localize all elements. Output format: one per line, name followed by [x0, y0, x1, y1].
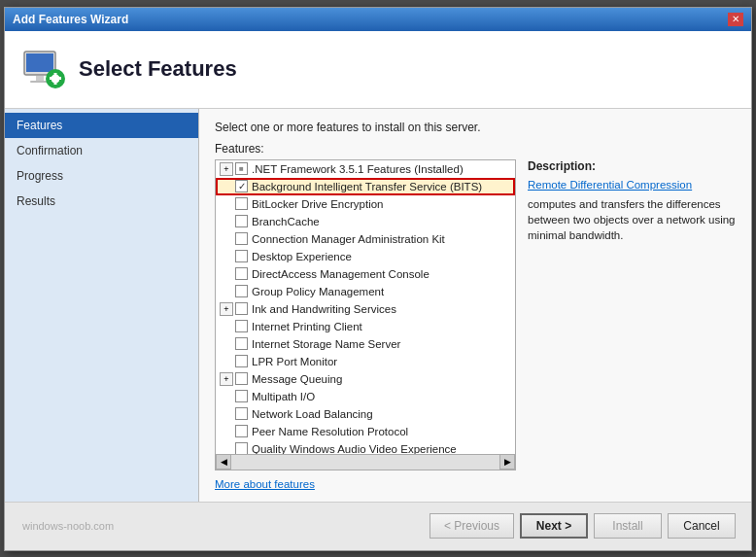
expand-net35[interactable]: +: [220, 162, 233, 176]
description-panel: Description: Remote Differential Compres…: [528, 159, 736, 470]
expand-placeholder-qwav: [220, 442, 233, 454]
feature-label-dacmc: DirectAccess Management Console: [252, 268, 430, 280]
feature-label-lpr: LPR Port Monitor: [252, 356, 337, 367]
feature-connmgr[interactable]: Connection Manager Administration Kit: [216, 230, 515, 248]
checkbox-branchcache[interactable]: [235, 215, 248, 227]
checkbox-connmgr[interactable]: [235, 232, 248, 245]
features-panel-area: + .NET Framework 3.5.1 Features (Install…: [215, 159, 736, 470]
previous-button[interactable]: < Previous: [430, 513, 514, 539]
svg-rect-8: [50, 77, 61, 80]
feature-desktop[interactable]: Desktop Experience: [216, 248, 515, 265]
expand-placeholder-branchcache: [220, 215, 233, 228]
feature-label-isns: Internet Storage Name Server: [252, 338, 400, 350]
description-link[interactable]: Remote Differential Compression: [528, 179, 736, 191]
feature-label-nlb: Network Load Balancing: [252, 408, 373, 420]
feature-label-mq: Message Queuing: [252, 373, 342, 385]
features-list-container: + .NET Framework 3.5.1 Features (Install…: [215, 159, 516, 470]
checkbox-grouppolicy[interactable]: [235, 285, 248, 297]
feature-net35[interactable]: + .NET Framework 3.5.1 Features (Install…: [216, 160, 515, 178]
feature-label-net35: .NET Framework 3.5.1 Features (Installed…: [252, 163, 464, 175]
feature-label-mpio: Multipath I/O: [252, 391, 315, 402]
expand-mq[interactable]: +: [220, 372, 233, 386]
checkbox-pnrp[interactable]: [235, 425, 248, 437]
checkbox-nlb[interactable]: [235, 407, 248, 420]
feature-ink[interactable]: + Ink and Handwriting Services: [216, 300, 515, 318]
checkbox-bitlocker[interactable]: [235, 197, 248, 210]
expand-placeholder-nlb: [220, 407, 233, 421]
feature-bitlocker[interactable]: BitLocker Drive Encryption: [216, 195, 515, 213]
bottom-bar: windows-noob.com < Previous Next > Insta…: [5, 502, 751, 550]
content-area: Features Confirmation Progress Results S…: [5, 109, 751, 502]
feature-label-pnrp: Peer Name Resolution Protocol: [252, 426, 408, 437]
checkbox-isns[interactable]: [235, 337, 248, 350]
features-scroll[interactable]: + .NET Framework 3.5.1 Features (Install…: [216, 160, 515, 454]
watermark: windows-noob.com: [20, 518, 116, 534]
window-title: Add Features Wizard: [13, 13, 128, 26]
expand-placeholder-dacmc: [220, 267, 233, 281]
cancel-button[interactable]: Cancel: [668, 513, 736, 539]
close-button[interactable]: ✕: [728, 13, 743, 26]
feature-dacmc[interactable]: DirectAccess Management Console: [216, 265, 515, 283]
checkbox-ink[interactable]: [235, 302, 248, 315]
more-about-features-link[interactable]: More about features: [215, 478, 736, 490]
checkbox-mpio[interactable]: [235, 390, 248, 402]
feature-label-bitlocker: BitLocker Drive Encryption: [252, 198, 384, 210]
feature-mpio[interactable]: Multipath I/O: [216, 388, 515, 405]
feature-label-desktop: Desktop Experience: [252, 251, 352, 262]
main-window: Add Features Wizard ✕ Select Features: [4, 7, 752, 551]
feature-label-branchcache: BranchCache: [252, 216, 320, 227]
feature-mq[interactable]: + Message Queuing: [216, 370, 515, 388]
next-button[interactable]: Next >: [520, 513, 588, 539]
expand-placeholder-ipc: [220, 320, 233, 333]
feature-isns[interactable]: Internet Storage Name Server: [216, 335, 515, 353]
feature-grouppolicy[interactable]: Group Policy Management: [216, 283, 515, 300]
features-label: Features:: [215, 142, 736, 156]
add-features-icon: [20, 46, 67, 92]
expand-placeholder-mpio: [220, 390, 233, 403]
feature-lpr[interactable]: LPR Port Monitor: [216, 353, 515, 370]
expand-ink[interactable]: +: [220, 302, 233, 316]
expand-placeholder-pnrp: [220, 425, 233, 438]
description-body: computes and transfers the differences b…: [528, 196, 736, 243]
horiz-scrollbar[interactable]: ◀ ▶: [216, 454, 515, 470]
expand-placeholder-grouppolicy: [220, 285, 233, 298]
install-button[interactable]: Install: [594, 513, 662, 539]
scroll-left-btn[interactable]: ◀: [216, 454, 231, 470]
feature-label-connmgr: Connection Manager Administration Kit: [252, 233, 445, 245]
feature-bits[interactable]: Background Intelligent Transfer Service …: [216, 178, 515, 195]
description-title: Description:: [528, 159, 736, 173]
expand-placeholder-bitlocker: [220, 197, 233, 211]
title-bar: Add Features Wizard ✕: [5, 8, 751, 31]
feature-ipc[interactable]: Internet Printing Client: [216, 318, 515, 335]
checkbox-lpr[interactable]: [235, 355, 248, 367]
expand-placeholder-lpr: [220, 355, 233, 368]
page-title: Select Features: [79, 56, 237, 82]
feature-label-ink: Ink and Handwriting Services: [252, 303, 396, 315]
expand-placeholder-desktop: [220, 250, 233, 263]
feature-pnrp[interactable]: Peer Name Resolution Protocol: [216, 423, 515, 440]
sidebar-item-confirmation[interactable]: Confirmation: [5, 138, 198, 163]
checkbox-desktop[interactable]: [235, 250, 248, 262]
sidebar-item-results[interactable]: Results: [5, 189, 198, 214]
feature-qwav[interactable]: Quality Windows Audio Video Experience: [216, 440, 515, 454]
feature-label-ipc: Internet Printing Client: [252, 321, 362, 332]
checkbox-net35[interactable]: [235, 162, 248, 175]
checkbox-bits[interactable]: [235, 180, 248, 192]
feature-branchcache[interactable]: BranchCache: [216, 213, 515, 230]
checkbox-mq[interactable]: [235, 372, 248, 385]
checkbox-qwav[interactable]: [235, 442, 248, 454]
checkbox-ipc[interactable]: [235, 320, 248, 332]
checkbox-dacmc[interactable]: [235, 267, 248, 280]
scroll-right-btn[interactable]: ▶: [499, 454, 515, 470]
feature-label-grouppolicy: Group Policy Management: [252, 286, 384, 297]
feature-nlb[interactable]: Network Load Balancing: [216, 405, 515, 423]
sidebar-item-features[interactable]: Features: [5, 113, 198, 138]
svg-rect-2: [36, 76, 44, 81]
feature-label-qwav: Quality Windows Audio Video Experience: [252, 443, 457, 454]
sidebar-item-progress[interactable]: Progress: [5, 163, 198, 189]
header-area: Select Features: [5, 31, 751, 109]
feature-label-bits: Background Intelligent Transfer Service …: [252, 181, 482, 192]
sidebar: Features Confirmation Progress Results: [5, 109, 199, 502]
expand-placeholder-bits: [220, 180, 233, 193]
expand-placeholder-connmgr: [220, 232, 233, 246]
